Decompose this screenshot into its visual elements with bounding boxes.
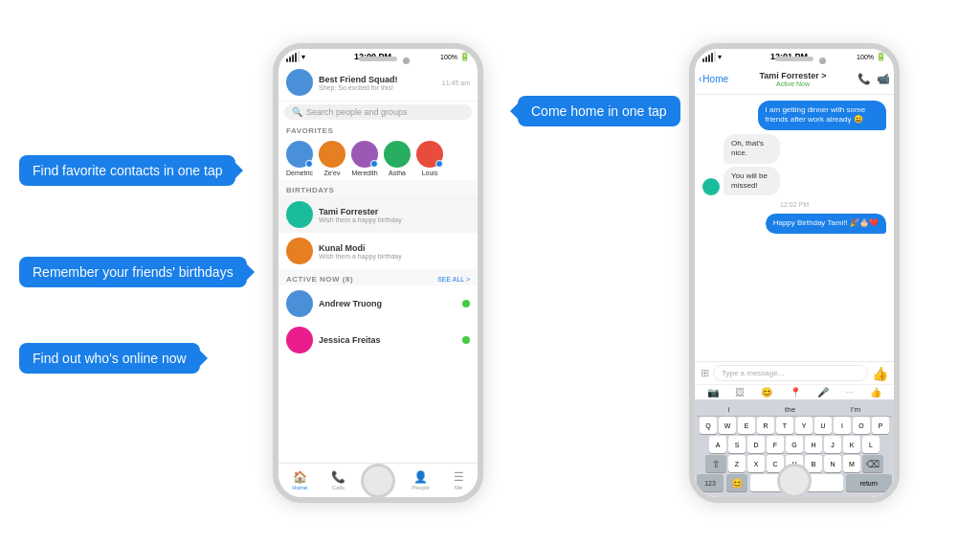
keyboard-row-1: Q W E R T Y U I O P (697, 417, 892, 434)
msg-2-group: Oh, that's nice. You will be missed! (724, 134, 804, 196)
calls-icon: 📞 (331, 470, 345, 484)
phone-call-icon[interactable]: 📞 (858, 73, 871, 85)
callout-online: Find out who's online now (19, 343, 200, 374)
chat-contact-name[interactable]: Tami Forrester > (728, 71, 858, 80)
msg-2-wrapper: Oh, that's nice. You will be missed! (702, 134, 886, 196)
key-e[interactable]: E (738, 417, 755, 434)
sticker-icon[interactable]: ⊞ (701, 367, 709, 379)
callout-birthdays: Remember your friends' birthdays (19, 257, 247, 287)
people-icon: 👤 (413, 470, 428, 484)
chat-title-area: Tami Forrester > Active Now (728, 71, 858, 87)
key-k[interactable]: K (843, 436, 860, 453)
predictive-im[interactable]: I'm (851, 405, 860, 414)
message-input[interactable]: Type a message... (713, 365, 868, 381)
kunal-info: Kunal Modi Wish them a happy birthday (319, 243, 470, 260)
emoji-icon[interactable]: 😊 (761, 387, 772, 398)
msg-4: Happy Birthday Tami!! 🎉🎂❤️ (766, 214, 886, 233)
status-left: ▾ (286, 51, 305, 62)
location-icon[interactable]: 📍 (790, 387, 801, 398)
phone-1: ▾ 12:00 PM 100% 🔋 Best Friend Squad! She… (273, 43, 483, 503)
jessica-name: Jessica Freitas (319, 335, 457, 345)
active-andrew[interactable]: Andrew Truong (278, 285, 478, 322)
fav-zeev[interactable]: Ze'ev (319, 141, 345, 176)
predictive-i[interactable]: i (728, 405, 730, 414)
key-t[interactable]: T (776, 417, 793, 434)
prev-conversation[interactable]: Best Friend Squad! Shep: So excited for … (278, 64, 478, 102)
key-d[interactable]: D (747, 436, 765, 453)
fav-astha[interactable]: Astha (384, 141, 411, 176)
fav-name-meredith: Meredith (351, 170, 377, 176)
chat-contact-status: Active Now (728, 80, 858, 87)
back-button[interactable]: ‹ Home (699, 74, 728, 84)
key-s[interactable]: S (728, 436, 746, 453)
key-123[interactable]: 123 (697, 474, 724, 491)
key-n[interactable]: N (824, 455, 841, 472)
fav-meredith[interactable]: Meredith (351, 141, 378, 176)
more-icon[interactable]: ··· (846, 387, 854, 398)
key-g[interactable]: G (786, 436, 803, 453)
birthday-kunal[interactable]: Kunal Modi Wish them a happy birthday (278, 233, 478, 269)
key-i[interactable]: I (834, 417, 851, 434)
msg-1: I am getting dinner with some friends af… (758, 101, 886, 130)
signal-icon-2 (702, 51, 716, 62)
nav-home[interactable]: 🏠 Home (292, 470, 307, 490)
fav-name-louis: Louis (422, 170, 438, 176)
fav-name-astha: Astha (389, 170, 406, 176)
key-h[interactable]: H (805, 436, 822, 453)
thumb-icon[interactable]: 👍 (870, 387, 881, 398)
key-shift[interactable]: ⇧ (705, 455, 726, 472)
tami-info: Tami Forrester Wish them a happy birthda… (319, 207, 470, 223)
nav-calls[interactable]: 📞 Calls (331, 470, 345, 490)
kunal-sub: Wish them a happy birthday (319, 253, 470, 260)
fav-demetric[interactable]: Demetric (286, 141, 313, 176)
group-sub: Shep: So excited for this! (319, 84, 436, 91)
status-left-2: ▾ (702, 51, 722, 62)
key-emoji-kb[interactable]: 😊 (726, 474, 747, 491)
status-right-2: 100% 🔋 (857, 52, 886, 61)
like-icon[interactable]: 👍 (872, 366, 888, 381)
key-delete[interactable]: ⌫ (862, 455, 883, 472)
see-all-button[interactable]: SEE ALL > (437, 276, 470, 283)
key-r[interactable]: R (757, 417, 774, 434)
nav-me[interactable]: ☰ Me (454, 470, 464, 490)
key-a[interactable]: A (709, 436, 726, 453)
back-label: Home (702, 74, 728, 84)
key-p[interactable]: P (872, 417, 889, 434)
key-f[interactable]: F (767, 436, 784, 453)
andrew-online-dot (462, 300, 470, 307)
chat-header: ‹ Home Tami Forrester > Active Now 📞 📹 (695, 64, 894, 95)
predictive-the[interactable]: the (785, 405, 795, 414)
nav-people[interactable]: 👤 People (412, 470, 430, 490)
home-icon: 🏠 (293, 470, 307, 484)
key-return[interactable]: return (846, 474, 892, 491)
fav-louis[interactable]: Louis (416, 141, 443, 176)
jessica-online-dot (462, 336, 470, 344)
key-z[interactable]: Z (728, 455, 746, 472)
key-x[interactable]: X (747, 455, 765, 472)
search-bar[interactable]: 🔍 Search people and groups (284, 104, 472, 120)
camera-icon[interactable]: 📷 (707, 387, 719, 398)
jessica-avatar (286, 327, 313, 353)
key-o[interactable]: O (853, 417, 870, 434)
birthday-tami[interactable]: Tami Forrester Wish them a happy birthda… (278, 196, 478, 233)
home-button-2[interactable] (777, 464, 812, 498)
key-y[interactable]: Y (795, 417, 813, 434)
key-l[interactable]: L (862, 436, 880, 453)
key-m[interactable]: M (843, 455, 860, 472)
gallery-icon[interactable]: 🖼 (735, 387, 745, 398)
chat-actions: 📞 📹 (858, 73, 890, 85)
key-j[interactable]: J (824, 436, 841, 453)
mic-icon[interactable]: 🎤 (817, 387, 829, 398)
tami-avatar (286, 201, 313, 228)
key-u[interactable]: U (814, 417, 832, 434)
video-call-icon[interactable]: 📹 (877, 73, 890, 85)
andrew-info: Andrew Truong (319, 299, 457, 308)
msg-2: Oh, that's nice. (724, 134, 780, 164)
key-w[interactable]: W (719, 417, 736, 434)
online-badge-louis (435, 160, 443, 168)
active-jessica[interactable]: Jessica Freitas (278, 322, 478, 358)
tami-name: Tami Forrester (319, 207, 470, 216)
status-right-1: 100% 🔋 (440, 52, 470, 61)
home-button-1[interactable] (361, 464, 395, 498)
key-q[interactable]: Q (700, 417, 717, 434)
